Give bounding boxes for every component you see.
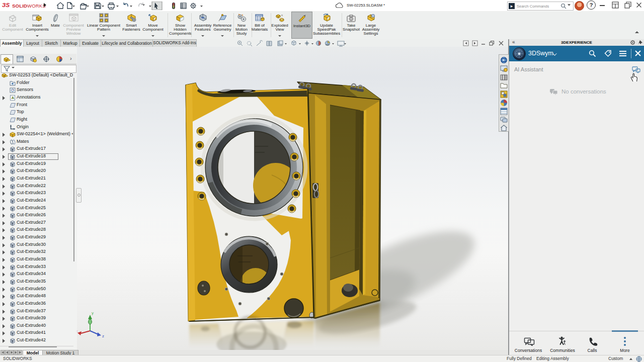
svg-text:y: y — [92, 311, 94, 315]
svg-text:A: A — [11, 96, 14, 100]
svg-text:z: z — [102, 334, 104, 338]
